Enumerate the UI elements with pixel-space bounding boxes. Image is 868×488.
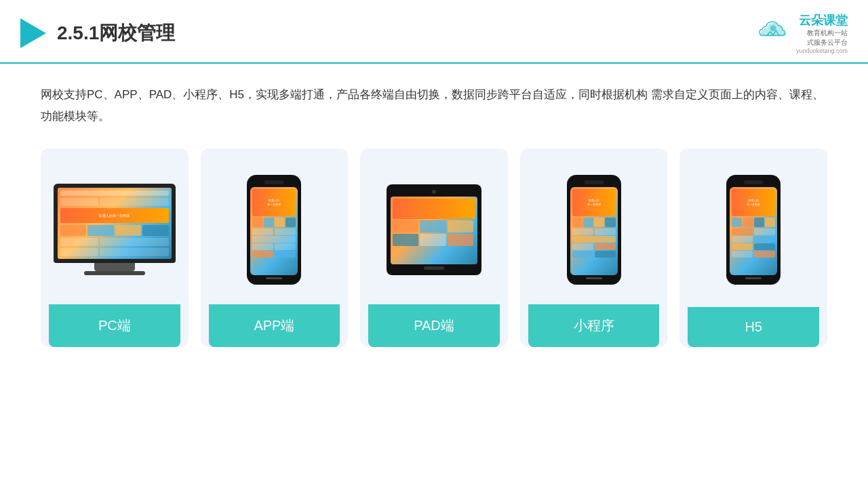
app-label: APP端 — [209, 304, 340, 347]
description-text: 网校支持PC、APP、PAD、小程序、H5，实现多端打通，产品各终端自由切换，数… — [41, 84, 827, 128]
brand-name: 云朵课堂 — [796, 12, 848, 28]
cloud-icon — [755, 20, 791, 47]
pc-image-area: 职通人的第一堂网课 — [49, 162, 180, 298]
miniprogram-card: 职通人的第一堂网课 — [520, 148, 668, 347]
pc-card: 职通人的第一堂网课 — [41, 148, 189, 347]
pad-image-area — [368, 162, 500, 298]
h5-card: 职通人的第一堂网课 — [679, 148, 827, 347]
app-card: 职通人的第一堂网课 — [201, 148, 349, 347]
brand-text-area: 云朵课堂 教育机构一站式服务云平台 yunduoketang.com — [796, 12, 848, 54]
header-left: 2.5.1网校管理 — [20, 18, 175, 48]
miniprogram-label: 小程序 — [528, 304, 660, 347]
pad-card: PAD端 — [360, 148, 508, 347]
miniprogram-image-area: 职通人的第一堂网课 — [528, 162, 660, 298]
pad-label: PAD端 — [368, 304, 500, 347]
brand-tagline: 教育机构一站式服务云平台 — [796, 28, 848, 47]
header-right: 云朵课堂 教育机构一站式服务云平台 yunduoketang.com — [755, 12, 848, 54]
main-content: 网校支持PC、APP、PAD、小程序、H5，实现多端打通，产品各终端自由切换，数… — [0, 64, 868, 361]
cards-container: 职通人的第一堂网课 — [41, 148, 827, 347]
h5-image-area: 职通人的第一堂网课 — [688, 162, 819, 298]
header: 2.5.1网校管理 云朵课堂 教育机构一站式服务云平台 yunduoketang… — [0, 0, 868, 64]
miniprogram-phone: 职通人的第一堂网课 — [567, 175, 621, 285]
app-phone: 职通人的第一堂网课 — [247, 175, 301, 285]
pad-tablet — [387, 184, 481, 275]
logo-triangle — [20, 18, 46, 48]
page-title: 2.5.1网校管理 — [57, 20, 175, 46]
h5-phone: 职通人的第一堂网课 — [726, 175, 781, 285]
brand-logo: 云朵课堂 教育机构一站式服务云平台 yunduoketang.com — [755, 12, 848, 54]
h5-label: H5 — [688, 307, 819, 347]
svg-point-0 — [770, 25, 776, 31]
pc-label: PC端 — [49, 304, 180, 347]
app-image-area: 职通人的第一堂网课 — [209, 162, 340, 298]
pc-monitor: 职通人的第一堂网课 — [54, 184, 176, 275]
brand-url: yunduoketang.com — [796, 47, 848, 54]
